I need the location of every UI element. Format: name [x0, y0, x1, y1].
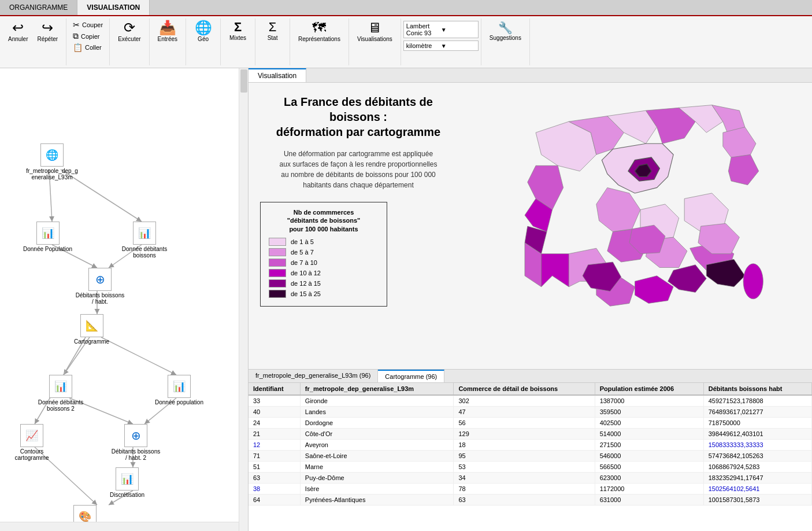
left-panel-bottom-scrollbar[interactable] — [0, 522, 239, 531]
annuler-button[interactable]: ↩ Annuler — [5, 20, 31, 43]
data-table-section: fr_metropole_dep_generalise_L93m (96) Ca… — [249, 369, 812, 531]
table-row[interactable]: 33Gironde3021387000459271523,178808 — [249, 395, 812, 407]
representations-button[interactable]: 🗺 Représentations — [295, 20, 344, 43]
org-node-discretisation[interactable]: 📊 Discrétisation — [110, 467, 144, 498]
table-header-row: Identifiant fr_metropole_dep_generalise_… — [249, 383, 812, 395]
table-cell: 514000 — [595, 429, 703, 440]
projection-arrow: ▼ — [441, 27, 476, 33]
stat-button[interactable]: Σ Stat — [264, 20, 281, 42]
cut-icon: ✂ — [73, 20, 80, 30]
col-header-population: Population estimée 2006 — [595, 383, 703, 395]
suggestions-button[interactable]: 🔧 Suggestions — [486, 20, 525, 42]
org-node-debitants-habt2[interactable]: ⊕ Débitants boissons / habt. 2 — [110, 424, 162, 461]
table-cell: 95 — [454, 451, 595, 462]
main-area: 🌐 fr_metropole_dep_generalise_L93m 📊 Don… — [0, 68, 812, 531]
ribbon-group-history: ↩ Annuler ↪ Répéter — [0, 19, 66, 65]
table-container[interactable]: Identifiant fr_metropole_dep_generalise_… — [249, 383, 812, 531]
org-node-contours[interactable]: 📈 Contours cartogramme — [6, 424, 58, 461]
couper-button[interactable]: ✂ Couper — [71, 20, 105, 30]
ribbon-group-executer: ⟳ Exécuter — [110, 19, 149, 65]
unit-select[interactable]: kilomètre ▼ — [403, 40, 479, 51]
population-icon: 📊 — [36, 222, 60, 245]
table-cell: 78 — [454, 484, 595, 495]
table-cell: 302 — [454, 395, 595, 407]
top-tab-bar: ORGANIGRAMME VISUALISATION — [0, 0, 812, 16]
legend-label-3: de 10 à 12 — [291, 270, 321, 276]
org-node-debitants-habt[interactable]: ⊕ Débitants boissons / habt. — [74, 268, 126, 305]
table-row[interactable]: 21Côte-d'Or129514000398449612,403101 — [249, 429, 812, 440]
svg-marker-37 — [728, 154, 758, 185]
org-node-debitants2[interactable]: 📊 Donnée débitants boissons 2 — [35, 375, 87, 412]
table-row[interactable]: 40Landes47359500764893617,021277 — [249, 407, 812, 418]
table-cell: Saône-et-Loire — [300, 451, 454, 462]
table-cell: 1172000 — [595, 484, 703, 495]
legend-item-1: de 5 à 7 — [269, 248, 379, 256]
repeter-button[interactable]: ↪ Répéter — [34, 20, 61, 43]
legend-item-0: de 1 à 5 — [269, 238, 379, 246]
org-canvas[interactable]: 🌐 fr_metropole_dep_generalise_L93m 📊 Don… — [0, 68, 239, 531]
table-cell: 34 — [454, 473, 595, 484]
table-cell: Aveyron — [300, 440, 454, 451]
table-cell: Isère — [300, 484, 454, 495]
table-cell: Côte-d'Or — [300, 429, 454, 440]
svg-marker-31 — [668, 265, 706, 293]
ribbon-group-geo: 🌐 Géo — [186, 19, 221, 65]
visualisations-label: Visualisations — [357, 36, 392, 42]
debitants-habt-label: Débitants boissons / habt. — [74, 292, 126, 305]
mixtes-button[interactable]: Σ Mixtes — [226, 20, 250, 42]
svg-line-6 — [101, 337, 176, 375]
geo-label: Géo — [198, 36, 209, 42]
ribbon-group-stat: Σ Stat — [255, 19, 290, 65]
table-row[interactable]: 38Isère7811720001502564102,5641 — [249, 484, 812, 495]
org-node-donnee-pop[interactable]: 📊 Donnée population — [155, 375, 203, 405]
table-row[interactable]: 71Saône-et-Loire95546000574736842,105263 — [249, 451, 812, 462]
legend-label-4: de 12 à 15 — [291, 280, 321, 287]
table-row[interactable]: 64Pyrénées-Atlantiques636310001001587301… — [249, 495, 812, 506]
org-node-debitants[interactable]: 📊 Donnée débitants boissons — [118, 222, 170, 259]
data-table: Identifiant fr_metropole_dep_generalise_… — [249, 383, 812, 506]
tab-organigramme[interactable]: ORGANIGRAMME — [0, 0, 77, 15]
table-cell: 40 — [249, 407, 300, 418]
copier-button[interactable]: ⧉ Copier — [71, 31, 105, 42]
table-cell: 47 — [454, 407, 595, 418]
entrees-button[interactable]: 📥 Entrées — [154, 20, 181, 43]
table-body: 33Gironde3021387000459271523,17880840Lan… — [249, 395, 812, 506]
suggestions-label: Suggestions — [490, 35, 521, 41]
legend-label-0: de 1 à 5 — [291, 238, 314, 245]
annuler-label: Annuler — [8, 36, 28, 42]
table-cell: 402500 — [595, 418, 703, 429]
executer-button[interactable]: ⟳ Exécuter — [114, 20, 144, 43]
geo-button[interactable]: 🌐 Géo — [191, 20, 216, 43]
table-row[interactable]: 51Marne535665001068867924,5283 — [249, 462, 812, 473]
unit-value: kilomètre — [406, 42, 441, 49]
org-node-cartogramme[interactable]: 📐 Cartogramme — [74, 314, 109, 345]
table-cell: 63 — [249, 473, 300, 484]
col-header-commerce: Commerce de détail de boissons — [454, 383, 595, 395]
legend-item-3: de 10 à 12 — [269, 269, 379, 277]
table-cell: 12 — [249, 440, 300, 451]
tab-visualisation[interactable]: VISUALISATION — [77, 0, 150, 15]
legend-color-5 — [269, 290, 286, 298]
table-row[interactable]: 12Aveyron182715001508333333,33333 — [249, 440, 812, 451]
coller-button[interactable]: 📋 Coller — [71, 42, 105, 53]
vis-tab-visualisation[interactable]: Visualisation — [249, 68, 306, 82]
visualisations-button[interactable]: 🖥 Visualisations — [354, 20, 396, 43]
table-row[interactable]: 24Dordogne56402500718750000 — [249, 418, 812, 429]
org-node-population[interactable]: 📊 Donnée Population — [23, 222, 72, 252]
left-panel-scrollbar[interactable] — [239, 68, 248, 531]
table-cell: 129 — [454, 429, 595, 440]
vis-top: La France des débitants de boissons :déf… — [249, 83, 812, 369]
table-row[interactable]: 63Puy-de-Dôme346230001832352941,17647 — [249, 473, 812, 484]
table-cell: 271500 — [595, 440, 703, 451]
table-cell: 764893617,021277 — [703, 407, 811, 418]
entrees-icon: 📥 — [159, 21, 176, 35]
table-cell: 398449612,403101 — [703, 429, 811, 440]
projection-select[interactable]: Lambert Conic 93 ▼ — [403, 21, 479, 38]
undo-icon: ↩ — [12, 21, 24, 35]
history-buttons: ↩ Annuler ↪ Répéter — [5, 20, 61, 43]
org-node-metropole[interactable]: 🌐 fr_metropole_dep_generalise_L93m — [26, 143, 78, 180]
table-tab-metropole[interactable]: fr_metropole_dep_generalise_L93m (96) — [249, 370, 378, 382]
table-cell: 24 — [249, 418, 300, 429]
table-tab-cartogramme[interactable]: Cartogramme (96) — [378, 370, 444, 382]
table-cell: 1068867924,5283 — [703, 462, 811, 473]
